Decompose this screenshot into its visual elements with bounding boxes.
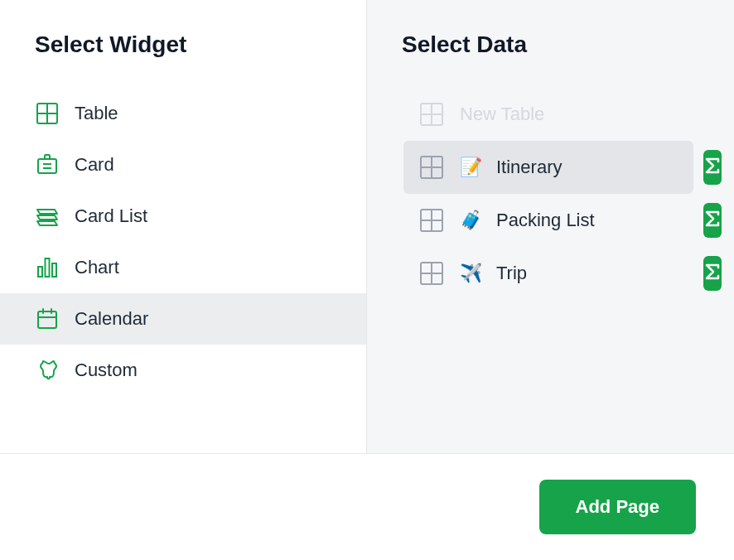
sigma-button[interactable] [703, 256, 722, 291]
sigma-button[interactable] [703, 203, 722, 238]
data-item-packing-list[interactable]: 🧳Packing List [403, 194, 693, 247]
table-grid-icon [418, 207, 445, 234]
widget-list: TableCardCard ListChartCalendarCustom [0, 88, 366, 396]
table-grid-icon [418, 101, 445, 128]
data-row: 📝Itinerary [367, 141, 734, 194]
widget-item-table[interactable]: Table [0, 88, 366, 139]
select-widget-panel: Select Widget TableCardCard ListChartCal… [0, 0, 367, 453]
data-item-label: Trip [496, 263, 527, 284]
data-item-label: Itinerary [496, 157, 562, 178]
footer: Add Page [0, 454, 734, 560]
table-grid-icon [418, 154, 445, 181]
table-icon [35, 101, 60, 126]
select-data-title: Select Data [367, 0, 734, 88]
select-widget-title: Select Widget [0, 0, 366, 88]
calendar-icon [35, 307, 60, 331]
widget-item-label: Card [75, 154, 114, 176]
chart-icon [35, 255, 60, 280]
widget-item-custom[interactable]: Custom [0, 345, 366, 396]
data-item-label: New Table [460, 104, 544, 125]
add-page-button[interactable]: Add Page [539, 480, 696, 534]
data-item-trip[interactable]: ✈️Trip [403, 247, 693, 300]
data-item-emoji: ✈️ [460, 263, 481, 284]
data-item-itinerary[interactable]: 📝Itinerary [403, 141, 693, 194]
widget-item-label: Calendar [75, 308, 148, 330]
data-item-new-table[interactable]: New Table [403, 88, 693, 141]
sigma-icon [703, 157, 722, 178]
cardlist-icon [35, 204, 60, 229]
widget-item-label: Table [75, 103, 118, 124]
table-grid-icon [418, 260, 445, 287]
data-list: New Table📝Itinerary🧳Packing List✈️Trip [367, 88, 734, 300]
custom-icon [35, 358, 60, 383]
data-item-emoji: 🧳 [460, 210, 481, 231]
widget-item-label: Chart [75, 257, 119, 278]
select-data-panel: Select Data New Table📝Itinerary🧳Packing … [367, 0, 734, 453]
widget-item-card-list[interactable]: Card List [0, 191, 366, 242]
data-item-emoji: 📝 [460, 157, 481, 178]
widget-item-label: Custom [75, 360, 138, 381]
widget-item-calendar[interactable]: Calendar [0, 293, 366, 345]
widget-item-card[interactable]: Card [0, 139, 366, 191]
card-icon [35, 152, 60, 177]
data-row: ✈️Trip [367, 247, 734, 300]
data-item-label: Packing List [496, 210, 595, 231]
data-row: New Table [367, 88, 734, 141]
sigma-icon [703, 210, 722, 231]
sigma-button[interactable] [703, 150, 722, 185]
widget-item-label: Card List [75, 205, 147, 227]
widget-item-chart[interactable]: Chart [0, 242, 366, 293]
sigma-icon [703, 263, 722, 284]
data-row: 🧳Packing List [367, 194, 734, 247]
